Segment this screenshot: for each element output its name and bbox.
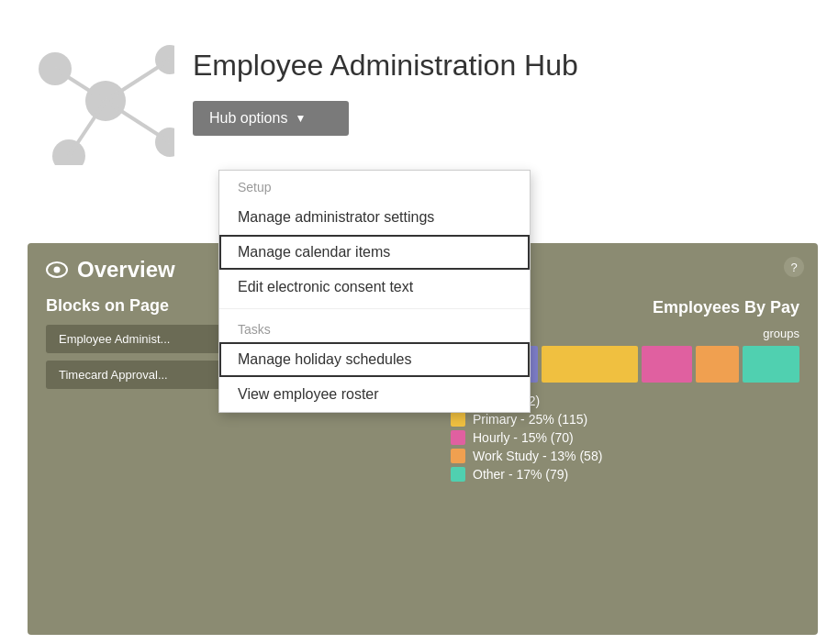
legend-dot-orange: [451, 449, 465, 463]
overview-eye-icon: [46, 259, 68, 281]
bar-teal: [743, 346, 799, 383]
legend-dot-yellow: [451, 412, 465, 427]
hub-logo-icon: [28, 18, 174, 165]
bar-pink: [642, 346, 692, 383]
header-right: Employee Administration Hub Hub options …: [193, 49, 578, 136]
dropdown-arrow-icon: ▼: [295, 112, 306, 125]
svg-point-3: [52, 139, 85, 165]
page-title: Employee Administration Hub: [193, 49, 578, 83]
page-header: Employee Administration Hub Hub options …: [0, 0, 827, 174]
svg-point-4: [155, 128, 174, 157]
bar-orange: [696, 346, 739, 383]
legend-item-teal: Other - 17% (79): [451, 467, 799, 482]
legend-item-pink: Hourly - 15% (70): [451, 430, 799, 445]
hub-options-label: Hub options: [209, 110, 287, 127]
svg-line-6: [106, 60, 170, 101]
setup-section-label: Setup: [219, 171, 530, 200]
view-employee-roster-item[interactable]: View employee roster: [219, 377, 530, 412]
legend-item-orange: Work Study - 13% (58): [451, 449, 799, 463]
svg-point-10: [54, 267, 61, 273]
hub-options-button[interactable]: Hub options ▼: [193, 101, 349, 136]
bar-yellow: [542, 346, 639, 383]
hub-options-dropdown: Setup Manage administrator settings Mana…: [218, 170, 531, 413]
legend-dot-teal: [451, 467, 465, 482]
dropdown-divider: [219, 308, 530, 309]
svg-point-2: [155, 45, 174, 74]
overview-title: Overview: [77, 257, 175, 283]
edit-consent-text-item[interactable]: Edit electronic consent text: [219, 270, 530, 305]
tasks-section-label: Tasks: [219, 313, 530, 342]
legend-item-yellow: Primary - 25% (115): [451, 412, 799, 427]
svg-line-8: [106, 101, 170, 142]
manage-holiday-schedules-item[interactable]: Manage holiday schedules: [219, 342, 530, 377]
manage-calendar-items-item[interactable]: Manage calendar items: [219, 235, 530, 270]
manage-admin-settings-item[interactable]: Manage administrator settings: [219, 200, 530, 235]
help-icon[interactable]: ?: [784, 257, 804, 277]
legend-dot-pink: [451, 430, 465, 445]
